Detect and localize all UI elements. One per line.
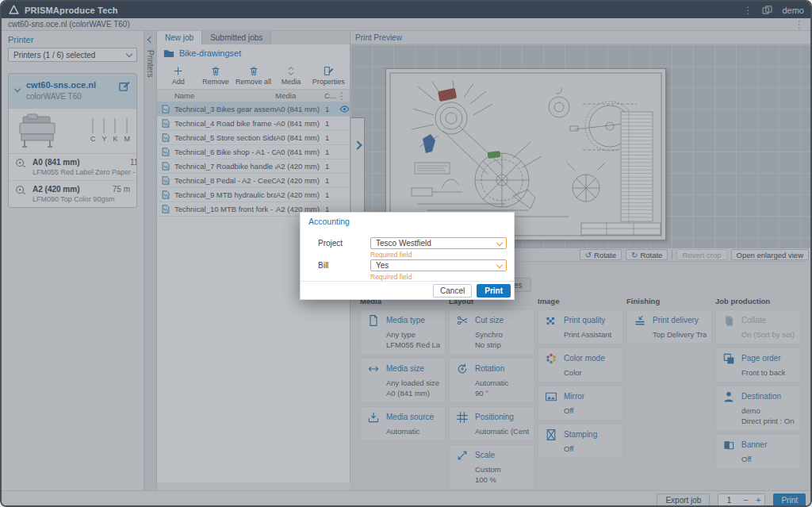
job-row-list: Technical_3 Bikes gear assemb...A0 (841 … [157, 102, 350, 217]
rotate-button--cw[interactable]: ↻Rotate [626, 249, 668, 260]
setting-value: LFM055 Red Label Z... [386, 340, 440, 350]
setting-tile-destination[interactable]: Destination demoDirect print : On [715, 386, 801, 431]
job-media: A0 (841 mm) [276, 133, 325, 142]
setting-value: On (Sort by set) [741, 329, 795, 340]
setting-tile-banner[interactable]: Banner Off [715, 434, 801, 469]
job-tabs: New jobSubmitted jobs [157, 31, 350, 44]
switch-user-icon[interactable] [762, 6, 772, 14]
context-menu-icon[interactable]: ⋮ [795, 21, 804, 29]
copies-stepper[interactable]: 1 − + [718, 494, 765, 506]
media-size-icon [367, 363, 380, 375]
setting-tile-positioning[interactable]: Positioning Automatic (Center),N... [449, 406, 534, 441]
setting-value: Print Assistant [564, 329, 618, 340]
printer-panel-title: Printer [8, 35, 137, 44]
job-row[interactable]: Technical_9 MTB hydraulic bra...A2 (420 … [157, 188, 350, 202]
bottom-action-bar: Export job 1 − + Print [2, 490, 810, 507]
setting-tile-scale[interactable]: Scale Custom100 % [449, 444, 534, 490]
chevron-down-icon [126, 51, 132, 57]
copies-value[interactable]: 1 [718, 496, 739, 505]
setting-value: Synchro [475, 329, 529, 340]
setting-tile-page-order[interactable]: Page order Front to back [715, 348, 801, 382]
user-name[interactable]: demo [782, 6, 804, 15]
roll-list: A0 (841 mm)114 mLFM055 Red Label Zero Pa… [9, 154, 136, 207]
setting-tile-media-type[interactable]: Media type Any typeLFM055 Red Label Z... [360, 309, 446, 355]
bill-label: Bill [318, 259, 370, 271]
open-enlarged-view-button[interactable]: Open enlarged view [731, 249, 810, 260]
table-options-icon[interactable]: ⋮ [337, 92, 347, 100]
job-row[interactable]: Technical_6 Bike shop - A1 - C...A0 (841… [157, 145, 350, 159]
roll-icon [15, 185, 26, 203]
app-logo-icon [8, 4, 20, 16]
setting-value: Any type [386, 329, 440, 340]
rotate-button-ccw[interactable]: ↺Rotate [580, 249, 622, 260]
setting-tile-color-mode[interactable]: Color mode Color [538, 348, 623, 382]
media-button[interactable]: Media [273, 63, 308, 86]
document-icon [157, 205, 174, 213]
job-row[interactable]: Technical_8 Pedal - A2 - CeeCe...A2 (420… [157, 174, 350, 188]
job-toolbar: AddRemoveRemove allMediaProperties [157, 62, 350, 90]
cancel-button[interactable]: Cancel [433, 284, 472, 298]
group-title: Finishing [626, 297, 712, 305]
titlebar-menu-icon[interactable]: ⋮ [743, 6, 753, 14]
preview-header: Print Preview [350, 31, 812, 44]
revert-crop-button: Revert crop [676, 249, 726, 260]
chevron-left-icon[interactable] [147, 36, 154, 43]
setting-tile-print-quality[interactable]: Print quality Print Assistant [538, 309, 623, 344]
remove-all-button[interactable]: Remove all [236, 63, 271, 86]
job-row[interactable]: Technical_3 Bikes gear assemb...A0 (841 … [157, 102, 350, 117]
roll-media: LFM090 Top Color 90gsm [33, 195, 130, 203]
setting-value: Front to back [741, 367, 795, 378]
cut-size-icon [456, 314, 469, 327]
job-row[interactable]: Technical_7 Roadbike handle a...A2 (420 … [157, 159, 350, 174]
column-name[interactable]: Name [174, 91, 275, 100]
job-copies: 1 [325, 162, 338, 171]
media-roll-row[interactable]: A2 (420 mm)75 mLFM090 Top Color 90gsm [9, 180, 136, 207]
project-select[interactable]: Tesco Westfield [370, 237, 507, 249]
setting-tile-media-size[interactable]: Media size Any loaded sizeA0 (841 mm) [360, 358, 446, 403]
folder-icon [163, 49, 174, 58]
printer-card-header[interactable]: cwt60-sns.oce.nl colorWAVE T60 [9, 74, 136, 109]
job-copies: 1 [325, 105, 338, 113]
edit-printer-icon[interactable] [118, 80, 130, 92]
print-button[interactable]: Print [773, 494, 806, 507]
setting-tile-media-source[interactable]: Media source Automatic [360, 406, 446, 441]
bill-field-row: Bill Yes [318, 259, 507, 271]
roll-icon [15, 158, 26, 176]
setting-tile-print-delivery[interactable]: Print delivery Top Delivery Tray (TDT) [626, 309, 712, 344]
ink-Y: Y [102, 119, 106, 143]
collapse-chevron-icon[interactable] [14, 86, 21, 92]
increment-copies-button[interactable]: + [752, 495, 764, 505]
project-select-value: Tesco Westfield [376, 239, 431, 248]
setting-tile-mirror[interactable]: Mirror Off [538, 386, 623, 421]
printer-card: cwt60-sns.oce.nl colorWAVE T60 [8, 73, 137, 208]
job-row[interactable]: Technical_4 Road bike frame - ...A0 (841… [157, 117, 350, 131]
job-name: Technical_9 MTB hydraulic bra... [174, 190, 276, 199]
setting-tile-rotation[interactable]: Rotation Automatic90 ° [449, 358, 534, 403]
printer-panel: Printer Printers (1 / 6) selected cwt60-… [2, 31, 144, 490]
tab-submitted-jobs[interactable]: Submitted jobs [202, 31, 271, 44]
remove-button[interactable]: Remove [197, 63, 233, 86]
setting-tile-cut-size[interactable]: Cut size SynchroNo strip [449, 309, 534, 355]
printer-select[interactable]: Printers (1 / 6) selected [8, 48, 137, 62]
media-roll-row[interactable]: A0 (841 mm)114 mLFM055 Red Label Zero Pa… [9, 154, 136, 180]
document-icon [157, 176, 174, 185]
job-table-header: Name Media C... ⋮ [157, 90, 350, 102]
properties-button[interactable]: Properties [311, 63, 347, 86]
column-copies[interactable]: C... [324, 91, 337, 100]
add-button[interactable]: Add [160, 63, 196, 86]
job-media: A2 (420 mm) [276, 190, 325, 199]
expand-job-panel-button[interactable] [350, 133, 365, 157]
dialog-print-button[interactable]: Print [477, 284, 511, 298]
tab-new-job[interactable]: New job [157, 31, 202, 44]
job-set-row[interactable]: Bike-drawingset [157, 44, 350, 62]
decrement-copies-button[interactable]: − [739, 495, 752, 505]
job-copies: 1 [325, 119, 338, 128]
eye-icon[interactable] [339, 106, 350, 113]
job-name: Technical_7 Roadbike handle a... [174, 162, 276, 171]
job-row[interactable]: Technical_5 Store section Side ...A0 (84… [157, 131, 350, 145]
bill-select[interactable]: Yes [370, 259, 507, 271]
setting-tile-stamping[interactable]: Stamping Off [538, 424, 623, 459]
column-media[interactable]: Media [275, 91, 324, 100]
printers-collapse-strip[interactable]: Printers [144, 31, 157, 490]
export-job-button[interactable]: Export job [657, 494, 710, 506]
